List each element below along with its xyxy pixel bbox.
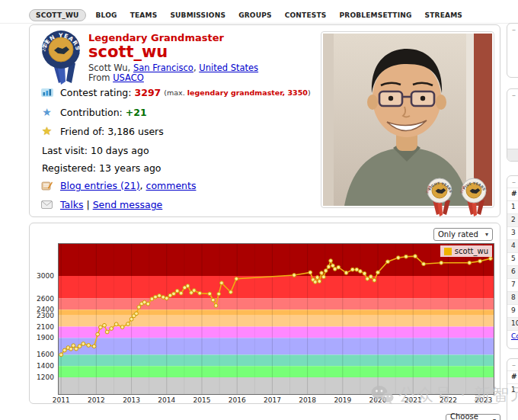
sidebar-table-row[interactable]: 7 [507, 278, 518, 291]
x-tick-label: 2023 [475, 396, 492, 404]
sidebar-table-row[interactable]: 1 [507, 200, 518, 213]
sidebar-table-row[interactable]: 6 [507, 265, 518, 278]
nav-item-blog[interactable]: BLOG [93, 9, 120, 21]
contribution-star-icon: ★ [40, 107, 53, 118]
nav-item-streams[interactable]: STREAMS [422, 9, 466, 21]
friends-count: 3,186 users [107, 126, 164, 137]
rating-value: 3297 [135, 87, 161, 98]
x-tick-label: 2011 [53, 396, 70, 404]
y-tick-label: 1900 [37, 334, 54, 341]
y-tick-label: 2600 [37, 295, 54, 303]
rating-chart-plot[interactable]: scott_wu [58, 243, 494, 395]
ten-years-badge-icon: TEN YEARS 2020 2020 [36, 28, 86, 86]
x-tick-label: 2015 [193, 396, 211, 404]
x-tick-label: 2022 [440, 396, 457, 404]
rating-chart-panel: Only rated ▾ 300026002400230021001900160… [29, 223, 500, 404]
top-contributors-rows: #1 [507, 370, 518, 396]
x-tick-label: 2013 [123, 396, 140, 404]
sidebar-table-row[interactable]: 3 [507, 226, 518, 239]
country-link[interactable]: United States [199, 63, 258, 73]
nav-divider [0, 23, 518, 24]
x-tick-label: 2019 [334, 396, 351, 404]
city-link[interactable]: San Francisco [133, 63, 193, 73]
nav-item-profile[interactable]: SCOTT_WU [29, 9, 86, 21]
rating-icon [40, 87, 53, 98]
year-select[interactable]: Choose year ▾ [446, 414, 500, 420]
chevron-down-icon: ▾ [485, 231, 488, 238]
eight-years-badge-icon: EIGHT YEARS 2018 [423, 177, 456, 218]
contribution-value: +21 [126, 107, 147, 118]
x-tick-label: 2020 [369, 396, 387, 404]
blog-icon [40, 180, 53, 191]
contribution-row: ★ Contribution: +21 [40, 106, 147, 118]
organization-link[interactable]: USACO [113, 72, 144, 83]
y-tick-label: 1400 [37, 362, 54, 370]
top-nav: SCOTT_WU BLOG TEAMS SUBMISSIONS GROUPS C… [29, 7, 509, 23]
nav-item-teams[interactable]: TEAMS [127, 9, 161, 21]
sidebar-box-pay-attention: – [507, 23, 518, 78]
sidebar-table-header: # [507, 188, 518, 200]
user-name-line: Scott Wu, San Francisco, United States [88, 63, 258, 73]
chart-legend: scott_wu [440, 245, 492, 257]
countries-link[interactable]: Countries [511, 332, 518, 340]
sidebar-table-row[interactable]: 4 [507, 239, 518, 252]
sidebar-table-row[interactable]: 10 [507, 317, 518, 330]
rated-filter-select[interactable]: Only rated ▾ [433, 228, 493, 241]
sidebar-table-row[interactable]: 8 [507, 291, 518, 304]
real-name: Scott Wu, [88, 63, 130, 73]
y-tick-label: 1200 [37, 374, 54, 381]
send-message-link[interactable]: Send message [93, 199, 163, 210]
user-handle: scott_wu [88, 43, 168, 61]
envelope-icon [40, 199, 53, 210]
chart-x-axis-labels: 2011201220132014201520162017201820192020… [58, 396, 494, 406]
x-tick-label: 2018 [299, 396, 316, 404]
profile-box: TEN YEARS 2020 2020 Legendary Grandmaste… [29, 24, 500, 217]
five-years-badge-icon: FIVE YEARS 2015 [457, 177, 491, 218]
y-tick-label: 2100 [37, 323, 54, 331]
nav-item-contests[interactable]: CONTESTS [282, 9, 330, 21]
chart-y-axis-labels: 300026002400230021001900160014001200 [30, 243, 56, 395]
organization-line: From USACO [88, 72, 144, 83]
sidebar-table-row[interactable]: 2 [507, 213, 518, 226]
sidebar-box-top-rated: – #12345678910 Countries [507, 175, 518, 349]
x-tick-label: 2021 [404, 396, 422, 404]
legend-swatch [444, 248, 452, 255]
top-rated-rows: #12345678910 [507, 188, 518, 330]
sidebar-table-row[interactable]: 1 [507, 383, 518, 396]
friend-star-icon: ★ [40, 126, 53, 137]
blog-entries-link[interactable]: Blog entries (21) [60, 180, 140, 191]
contest-rating-row: Contest rating: 3297 (max. legendary gra… [40, 86, 311, 98]
talks-row: Talks | Send message [40, 198, 162, 210]
sidebar-box-contests: – [507, 88, 518, 162]
registered-row: Registered: 13 years ago [40, 162, 161, 174]
sidebar-table-row[interactable]: 9 [507, 304, 518, 317]
comments-link[interactable]: comments [146, 180, 197, 191]
last-visit-row: Last visit: 10 days ago [40, 144, 149, 156]
user-rank: Legendary Grandmaster [88, 32, 224, 43]
sidebar-box-top-contributors: – #1 [507, 358, 518, 420]
legend-label: scott_wu [455, 247, 488, 255]
talks-link[interactable]: Talks [60, 199, 83, 210]
sidebar-table-row[interactable]: 5 [507, 252, 518, 265]
nav-item-submissions[interactable]: SUBMISSIONS [167, 9, 229, 21]
friends-row: ★ Friend of: 3,186 users [40, 125, 164, 137]
x-tick-label: 2012 [88, 396, 105, 404]
max-rating: legendary grandmaster, 3350 [187, 88, 308, 97]
blog-row: Blog entries (21), comments [40, 179, 196, 191]
x-tick-label: 2016 [229, 396, 246, 404]
y-tick-label: 2300 [37, 312, 54, 319]
sidebar-table-header: # [507, 370, 518, 383]
sidebar-box-footer [507, 149, 518, 161]
chevron-down-icon: ▾ [493, 417, 496, 420]
nav-item-problemsetting[interactable]: PROBLEMSETTING [336, 9, 414, 21]
y-tick-label: 3000 [37, 272, 54, 280]
x-tick-label: 2017 [264, 396, 281, 404]
y-tick-label: 1600 [37, 351, 54, 358]
nav-item-groups[interactable]: GROUPS [235, 9, 275, 21]
x-tick-label: 2014 [158, 396, 175, 404]
